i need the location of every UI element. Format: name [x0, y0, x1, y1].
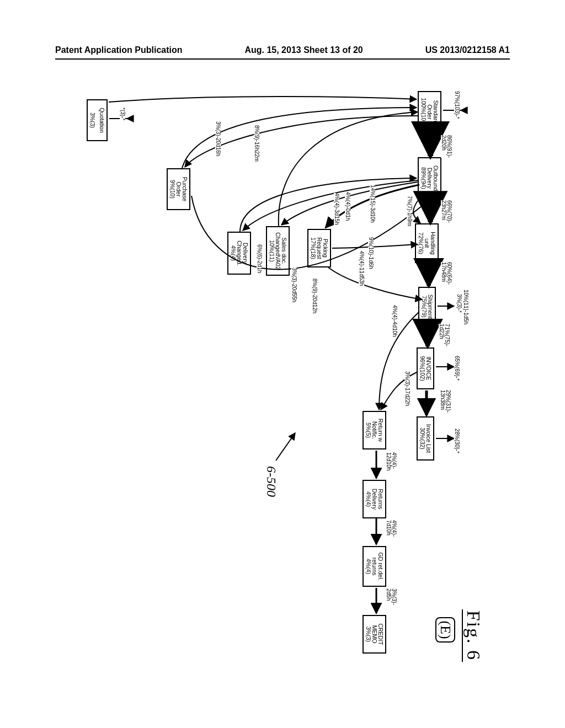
- node-text: Sales doc.: [281, 229, 287, 272]
- node-text: Delivery: [242, 235, 248, 271]
- node-purchase-order: Purchase Order 9%(10): [167, 168, 190, 210]
- node-outbound-delivery: Outbound Delivery 89%(94): [418, 157, 441, 199]
- node-text: 3%(3): [89, 103, 95, 138]
- edge-label: *(3)-*: [120, 108, 125, 120]
- edge-label: 3%(3)-20d16h: [215, 121, 221, 156]
- diagram: Fig. 6 (E) 6-500 Standard Order 100%(106…: [74, 85, 494, 665]
- node-invoice-list: Invoice List 30%(32): [417, 416, 434, 461]
- node-text: 10%(11): [269, 229, 275, 272]
- edge-label: 28%(30)-*: [454, 429, 460, 453]
- node-handling-unit: Handling unit 72%(76): [415, 223, 439, 263]
- figure-panel-tag: (E): [435, 617, 455, 643]
- edge-label: 71%(75)- 1d22h: [439, 324, 450, 346]
- edge-label: 9%(10)-1d6h: [368, 237, 374, 269]
- edge-label: 14%(15)-3d10h: [370, 185, 375, 223]
- node-credit-memo: CREDIT MEMO 3%(3): [363, 615, 386, 654]
- node-text: INVOICE: [425, 351, 431, 386]
- edge-label: 3%(3)-*: [456, 294, 462, 313]
- edge-label: 8%(9)-16h22m: [254, 125, 259, 162]
- node-text: Return w: [377, 414, 383, 446]
- node-sales-doc-changed: Sales doc. ChangedVA02 10%(11): [266, 226, 290, 276]
- node-text: unit: [424, 227, 430, 260]
- node-text: CREDIT: [377, 618, 383, 650]
- node-text: 30%(32): [419, 420, 425, 457]
- node-text: Notific.: [371, 414, 377, 446]
- edge-label: 4%(4)- 7d10h: [386, 520, 397, 537]
- node-text: 4%(4): [230, 235, 236, 271]
- node-text: 4%(4): [365, 483, 371, 515]
- edge-label: 60%(64)- 17h48m: [441, 262, 452, 285]
- node-text: Request: [316, 232, 322, 264]
- edge-label: 3%(3)-17d22h: [404, 371, 410, 406]
- node-text: Invoice List: [425, 420, 431, 457]
- node-text: Order: [427, 94, 433, 130]
- figure-area: Fig. 6 (E) 6-500 Standard Order 100%(106…: [0, 85, 494, 505]
- node-text: Order: [175, 172, 182, 207]
- node-text: 9%(10): [169, 172, 175, 207]
- svg-line-13: [276, 433, 295, 461]
- node-text: Delivery: [371, 483, 377, 515]
- node-text: Returns: [377, 483, 383, 515]
- header-right: US 2013/0212158 A1: [425, 45, 510, 55]
- edge-label: 4%(4)-0d1h: [345, 192, 350, 221]
- node-gd-ret-del: GD ret.del. returns 4%(4): [363, 546, 386, 587]
- node-standard-order: Standard Order 100%(106): [418, 91, 441, 133]
- node-returns-delivery: Returns Delivery 4%(4): [363, 480, 386, 518]
- edge-label: 4%(4)-4d10h: [392, 305, 397, 337]
- figure-number: Fig. 6: [462, 609, 484, 662]
- header-center: Aug. 15, 2013 Sheet 13 of 20: [244, 45, 363, 55]
- node-text: 100%(106): [420, 94, 427, 130]
- edge-label: 10%(11)-1d5h: [463, 290, 468, 324]
- node-text: 72%(76): [418, 227, 424, 260]
- node-text: Standard: [433, 94, 439, 130]
- node-text: 89%(94): [420, 160, 427, 196]
- node-shipment: Shipment 75%(79): [418, 287, 436, 326]
- node-text: 17%(18): [310, 232, 316, 264]
- node-picking-request: Picking Request 17%(18): [307, 229, 331, 267]
- node-text: Quotation: [99, 103, 105, 138]
- node-text: 4%(4): [365, 549, 371, 584]
- edge-label: 65%(69)-*: [454, 356, 460, 381]
- edge-label: 3%(3)-20d55h: [291, 267, 297, 302]
- header-left: Patent Application Publication: [55, 45, 183, 55]
- node-text: Outbound: [433, 160, 439, 196]
- edge-label: 8%(9)-20d12h: [312, 279, 317, 313]
- edge-label: 97%(103)-*: [454, 91, 460, 119]
- edge-label: 29%(31)- 13h38m: [440, 390, 451, 413]
- figure-ref: 6-500: [264, 466, 279, 497]
- edge-label: 3%(3)- 2d5h: [386, 588, 397, 605]
- node-text: Purchase: [182, 172, 188, 207]
- node-text: Picking: [322, 232, 328, 264]
- node-text: 5%(5): [365, 414, 371, 446]
- edge-label: 4%(4)- 12d10h: [386, 452, 397, 470]
- node-text: Changed.: [236, 235, 242, 271]
- node-text: returns: [371, 549, 377, 584]
- node-text: 3%(3): [365, 618, 371, 650]
- header-rule: [55, 58, 510, 60]
- node-delivery-changed: Delivery Changed. 4%(4): [227, 232, 251, 275]
- node-return-notific: Return w Notific. 5%(5): [363, 411, 386, 449]
- node-quotation: Quotation 3%(3): [87, 99, 108, 141]
- node-text: Delivery: [427, 160, 433, 196]
- edge-label: 6%(6)-2d1h: [257, 244, 262, 273]
- edge-label: 86%(91)- 2d20h: [441, 135, 452, 158]
- node-text: 75%(79): [421, 290, 427, 323]
- node-text: Shipment: [427, 290, 433, 323]
- edge-label: 66%(70)- 23h27m: [441, 200, 452, 223]
- edge-label: 4%(4)-11d53h: [359, 251, 364, 286]
- node-text: 96%(102): [419, 351, 425, 386]
- node-text: MEMO: [371, 618, 377, 650]
- node-text: ChangedVA02: [275, 229, 281, 272]
- node-invoice: INVOICE 96%(102): [417, 347, 434, 389]
- edge-label: 4%(4)-3d15h: [334, 193, 339, 225]
- page-header: Patent Application Publication Aug. 15, …: [55, 45, 510, 55]
- node-text: GD ret.del.: [377, 549, 383, 584]
- node-text: Handling: [430, 227, 436, 260]
- edge-label: 7%(7)-1h9m: [407, 196, 412, 226]
